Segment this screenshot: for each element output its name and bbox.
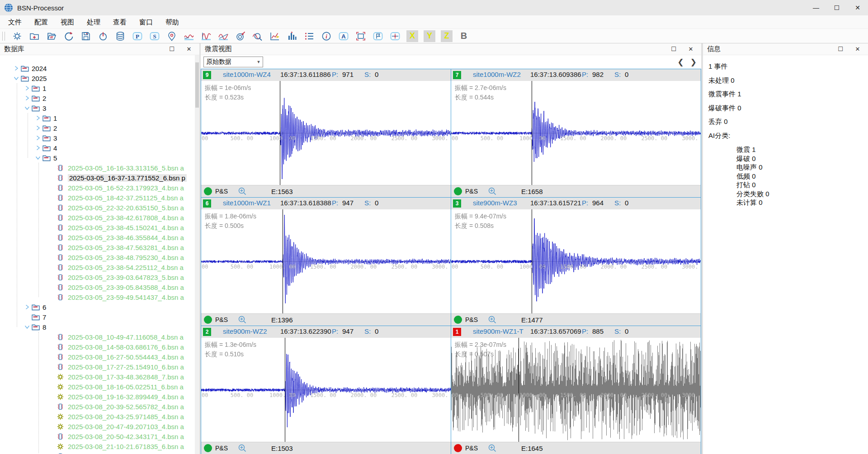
- menu-item-7[interactable]: 帮助: [159, 15, 185, 29]
- waveform-plot[interactable]: 振幅 = 9.4e-07m/s长度 = 0.508s00500. 001000.…: [451, 209, 701, 313]
- zoom-in-icon[interactable]: [238, 315, 247, 324]
- wave-pick-icon[interactable]: [200, 30, 212, 42]
- new-folder-icon[interactable]: [28, 30, 40, 42]
- waveform-float-button[interactable]: ☐: [667, 46, 680, 52]
- ps-toggle[interactable]: P&S: [215, 445, 228, 452]
- maximize-button[interactable]: ☐: [826, 0, 847, 15]
- ps-toggle[interactable]: P&S: [465, 316, 478, 323]
- tree-file[interactable]: 2025-03-05_18-42-37.251125_4.bsn a: [0, 193, 195, 203]
- tree-folder-7[interactable]: 7: [0, 312, 195, 322]
- close-button[interactable]: ✕: [847, 0, 868, 15]
- tree-file[interactable]: 2025-03-05_22-32-20.635150_5.bsn a: [0, 203, 195, 213]
- tree-file[interactable]: 2025-03-05_23-38-46.355844_4.bsn a: [0, 232, 195, 242]
- tree-file[interactable]: 2025-03-05_23-38-45.150241_4.bsn a: [0, 222, 195, 232]
- tree-folder-2025[interactable]: 2025: [0, 73, 195, 83]
- zoom-in-icon[interactable]: [238, 444, 247, 453]
- tree-folder-1[interactable]: 1: [0, 113, 195, 123]
- info-float-button[interactable]: ☐: [834, 46, 847, 52]
- tree-file[interactable]: 2025-03-05_16-16-33.313156_5.bsn a: [0, 163, 195, 173]
- tree-scrollbar[interactable]: [195, 55, 199, 454]
- chevron-down-icon[interactable]: [24, 105, 32, 111]
- chevron-down-icon[interactable]: [35, 155, 42, 161]
- database-float-button[interactable]: ☐: [165, 46, 179, 52]
- zoom-in-icon[interactable]: [488, 315, 497, 324]
- locate-icon[interactable]: [166, 30, 178, 42]
- tree-folder-3[interactable]: 3: [0, 103, 195, 113]
- axis-toggle-z[interactable]: Z: [441, 30, 453, 42]
- axis-toggle-x[interactable]: X: [406, 30, 418, 42]
- chevron-down-icon[interactable]: [14, 75, 21, 81]
- tree-file[interactable]: 2025-03-05_23-38-48.795230_4.bsn a: [0, 252, 195, 262]
- zoom-in-icon[interactable]: [488, 187, 497, 196]
- waveform-plot[interactable]: 振幅 = 2.3e-07m/s长度 = 0.507s00500. 001000.…: [451, 338, 701, 442]
- menu-item-4[interactable]: 处理: [80, 15, 107, 29]
- tree-file[interactable]: 2025-03-05_23-39-05.843588_4.bsn a: [0, 282, 195, 292]
- ps-toggle[interactable]: P&S: [215, 188, 228, 195]
- chevron-right-icon[interactable]: [24, 95, 32, 101]
- tree-file[interactable]: 2025-03-08_20-43-25.971485_4.bsn a: [0, 411, 195, 421]
- tree-folder-8[interactable]: 8: [0, 322, 195, 332]
- magnitude-chart-icon[interactable]: [269, 30, 281, 42]
- p-phase-icon[interactable]: P: [132, 30, 143, 42]
- menu-item-5[interactable]: 查看: [107, 15, 133, 29]
- chevron-down-icon[interactable]: [24, 324, 32, 330]
- tree-folder-2[interactable]: 2: [0, 93, 195, 103]
- s-phase-icon[interactable]: S: [149, 30, 160, 42]
- tree-file[interactable]: 2025-03-05_23-39-03.647823_5.bsn a: [0, 272, 195, 282]
- tree-folder-4[interactable]: 4: [0, 143, 195, 153]
- tree-file[interactable]: 2025-03-05_16-37-13.771552_6.bsn p: [0, 173, 195, 183]
- histogram-icon[interactable]: [286, 30, 298, 42]
- zoom-in-icon[interactable]: [238, 187, 247, 196]
- prev-event-button[interactable]: ❮: [678, 57, 684, 67]
- tree-file[interactable]: 2025-03-08_17-33-48.362848_7.bsn a: [0, 372, 195, 382]
- event-list-icon[interactable]: [303, 30, 315, 42]
- waveform-plot[interactable]: 振幅 = 1e-06m/s长度 = 0.523s00500. 001000. 0…: [201, 81, 451, 185]
- tree-file[interactable]: 2025-03-05_23-38-47.563281_4.bsn a: [0, 242, 195, 252]
- ps-toggle[interactable]: P&S: [465, 188, 478, 195]
- tree-file[interactable]: 2025-03-08_20-47-49.207103_4.bsn a: [0, 421, 195, 431]
- reject-event-icon[interactable]: [235, 30, 246, 42]
- minimize-button[interactable]: —: [806, 0, 826, 15]
- waveform-plot[interactable]: 振幅 = 1.8e-06m/s长度 = 0.500s00500. 001000.…: [201, 209, 451, 313]
- menu-item-1[interactable]: 文件: [2, 15, 28, 29]
- database-icon[interactable]: [114, 30, 126, 42]
- chevron-right-icon[interactable]: [35, 125, 42, 131]
- tree-file[interactable]: [0, 451, 195, 454]
- tree-file[interactable]: 2025-03-08_16-27-50.554443_4.bsn a: [0, 352, 195, 362]
- tree-folder-3[interactable]: 3: [0, 133, 195, 143]
- crosshair-icon[interactable]: [389, 30, 401, 42]
- waveform-plot[interactable]: 振幅 = 2.7e-06m/s长度 = 0.544s00500. 001000.…: [451, 81, 701, 185]
- waveform-close-button[interactable]: ✕: [684, 46, 698, 52]
- chevron-right-icon[interactable]: [24, 85, 32, 91]
- menu-item-3[interactable]: 视图: [54, 15, 80, 29]
- chevron-right-icon[interactable]: [35, 145, 42, 151]
- tree-file[interactable]: 2025-03-08_18-16-05.022511_6.bsn a: [0, 382, 195, 392]
- tree-file[interactable]: 2025-03-08_19-16-32.899449_4.bsn a: [0, 392, 195, 402]
- tree-file[interactable]: 2025-03-05_23-59-49.541437_4.bsn a: [0, 292, 195, 302]
- menu-item-2[interactable]: 配置: [28, 15, 54, 29]
- wave-filter-icon[interactable]: [183, 30, 195, 42]
- tree-folder-6[interactable]: 6: [0, 302, 195, 312]
- power-icon[interactable]: [97, 30, 109, 42]
- ps-toggle[interactable]: P&S: [215, 316, 228, 323]
- info-icon[interactable]: i: [321, 30, 332, 42]
- info-close-button[interactable]: ✕: [851, 46, 864, 52]
- redo-icon[interactable]: [63, 30, 75, 42]
- toolbar-drag-handle[interactable]: [2, 32, 5, 41]
- bold-toggle-b[interactable]: B: [458, 30, 470, 42]
- chevron-right-icon[interactable]: [24, 304, 32, 310]
- menu-item-6[interactable]: 窗口: [133, 15, 159, 29]
- chevron-right-icon[interactable]: [35, 135, 42, 141]
- settings-icon[interactable]: [11, 30, 23, 42]
- label-text-icon[interactable]: A: [338, 30, 349, 42]
- database-close-button[interactable]: ✕: [182, 46, 196, 52]
- fit-window-icon[interactable]: [355, 30, 367, 42]
- next-event-button[interactable]: ❯: [690, 57, 697, 67]
- tree-file[interactable]: 2025-03-05_23-38-54.225112_4.bsn a: [0, 262, 195, 272]
- save-icon[interactable]: [80, 30, 92, 42]
- tree-folder-5[interactable]: 5: [0, 153, 195, 163]
- tree-file[interactable]: 2025-03-08_20-39-52.565782_4.bsn a: [0, 402, 195, 411]
- ps-toggle[interactable]: P&S: [465, 445, 478, 452]
- tree-file[interactable]: 2025-03-08_14-58-03.686176_6.bsn a: [0, 342, 195, 352]
- axis-toggle-y[interactable]: Y: [424, 30, 435, 42]
